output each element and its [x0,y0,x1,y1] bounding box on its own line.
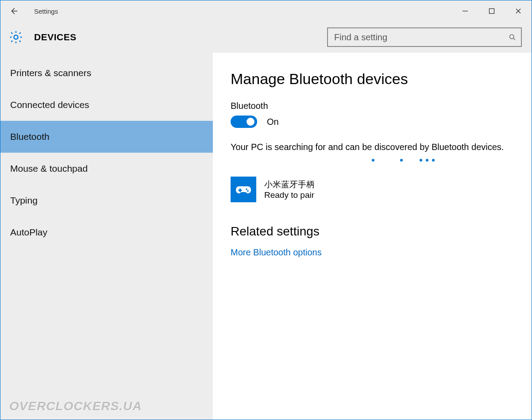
more-bluetooth-options-link[interactable]: More Bluetooth options [231,247,514,258]
sidebar-item-label: Bluetooth [10,131,50,142]
bluetooth-toggle[interactable] [231,116,257,128]
svg-rect-9 [239,190,242,191]
progress-dot [426,159,428,162]
svg-point-5 [14,35,18,39]
sidebar-item-label: Connected devices [10,100,89,110]
titlebar: Settings [0,0,532,22]
search-icon [508,33,517,42]
titlebar-left: Settings [0,0,58,22]
header-brand: DEVICES [8,30,77,45]
window-controls [452,3,532,19]
progress-dot [400,159,403,162]
header: DEVICES [0,22,532,53]
progress-indicator [293,159,514,162]
sidebar-item-connected-devices[interactable]: Connected devices [0,89,213,121]
svg-point-10 [246,189,247,190]
content: Manage Bluetooth devices Bluetooth On Yo… [213,53,532,420]
bluetooth-toggle-state: On [267,117,279,127]
minimize-button[interactable] [452,3,478,19]
back-arrow-icon [9,6,19,16]
svg-point-11 [247,190,249,192]
sidebar-item-label: AutoPlay [10,227,47,238]
sidebar-item-autoplay[interactable]: AutoPlay [0,216,213,248]
sidebar-item-label: Typing [10,195,38,206]
content-heading: Manage Bluetooth devices [231,70,514,88]
toggle-knob [247,118,254,126]
back-button[interactable] [0,0,27,22]
device-name: 小米蓝牙手柄 [264,179,315,190]
device-status: Ready to pair [264,190,315,200]
close-button[interactable] [505,3,532,19]
window-title: Settings [34,8,58,15]
bluetooth-toggle-row: On [231,116,514,128]
maximize-icon [489,8,495,14]
gamepad-icon [235,181,252,198]
watermark: OVERCLOCKERS.UA [9,399,142,413]
close-icon [515,8,521,14]
svg-point-6 [509,35,514,39]
device-item[interactable]: 小米蓝牙手柄 Ready to pair [231,177,514,202]
sidebar: Printers & scanners Connected devices Bl… [0,53,213,420]
main: Printers & scanners Connected devices Bl… [0,53,532,420]
sidebar-item-printers-scanners[interactable]: Printers & scanners [0,57,213,89]
progress-dot [420,159,422,162]
gear-icon [8,30,23,45]
device-meta: 小米蓝牙手柄 Ready to pair [264,179,315,200]
sidebar-item-label: Printers & scanners [10,68,91,78]
search-input[interactable] [334,32,508,42]
status-text: Your PC is searching for and can be disc… [231,140,514,154]
page-title: DEVICES [34,32,77,42]
sidebar-item-label: Mouse & touchpad [10,163,88,174]
progress-dot [372,159,374,162]
sidebar-item-typing[interactable]: Typing [0,185,213,216]
progress-dot [432,159,435,162]
maximize-button[interactable] [478,3,505,19]
minimize-icon [462,8,468,14]
sidebar-item-mouse-touchpad[interactable]: Mouse & touchpad [0,153,213,185]
svg-rect-2 [490,9,494,14]
bluetooth-label: Bluetooth [231,101,514,111]
related-settings-heading: Related settings [231,224,514,239]
sidebar-item-bluetooth[interactable]: Bluetooth [0,121,213,153]
device-icon-tile [231,177,256,202]
svg-line-7 [513,38,515,40]
search-box[interactable] [327,27,522,47]
